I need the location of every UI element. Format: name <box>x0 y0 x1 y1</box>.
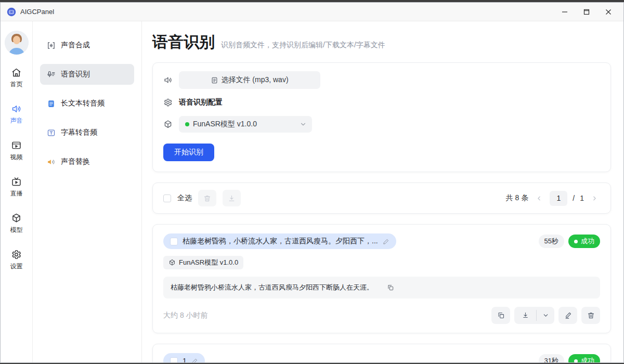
sidebar-item-live[interactable]: 直播 <box>10 176 23 198</box>
sidebar-item-home[interactable]: 首页 <box>10 67 23 89</box>
record-title: 枯藤老树昏鸦，小桥流水人家，古道西风瘦马。夕阳西下，... <box>183 237 378 246</box>
upload-config-card: 选择文件 (mp3, wav) 语音识别配置 FunASR模型 v1.0. <box>152 62 611 172</box>
bulk-delete-button[interactable] <box>198 190 216 206</box>
home-icon <box>11 67 22 78</box>
record-checkbox[interactable] <box>170 357 178 363</box>
submenu-item-voice-synthesis[interactable]: 声音合成 <box>40 35 134 56</box>
record-title-pill: 枯藤老树昏鸦，小桥流水人家，古道西风瘦马。夕阳西下，... <box>163 233 396 249</box>
chevron-down-icon <box>300 121 307 128</box>
app-logo-icon <box>7 7 16 17</box>
submenu: 声音合成 语音识别 长文本转音频 字幕转音频 声音替换 <box>33 21 142 362</box>
trash-icon <box>203 194 211 202</box>
duration-badge: 31秒 <box>539 354 564 362</box>
status-badge: 成功 <box>568 354 600 362</box>
list-controls-card: 全选 共 8 条 1 / 1 <box>152 183 611 214</box>
edit-record-button[interactable] <box>558 307 577 324</box>
download-options-button[interactable] <box>537 307 554 324</box>
minimize-button[interactable] <box>556 5 574 19</box>
avatar[interactable] <box>5 31 29 55</box>
submenu-item-longtext-to-audio[interactable]: 长文本转音频 <box>40 93 134 114</box>
duration-badge: 55秒 <box>539 235 564 248</box>
copy-result-icon[interactable] <box>387 284 394 291</box>
left-rail: 首页 声音 视频 直播 模型 设置 <box>1 21 33 362</box>
model-tag-label: FunASR模型 v1.0.0 <box>179 258 238 267</box>
submenu-item-label: 字幕转音频 <box>61 128 97 137</box>
total-pages-label: 1 <box>580 194 584 202</box>
model-online-dot <box>185 122 189 126</box>
waveform-icon <box>47 41 56 50</box>
chevron-down-icon <box>542 312 549 319</box>
submenu-item-label: 声音替换 <box>61 157 90 166</box>
page-next-button[interactable] <box>589 195 600 202</box>
record-card: 1 31秒 成功 <box>152 344 611 362</box>
time-ago-label: 大约 8 小时前 <box>163 311 208 320</box>
submenu-item-label: 长文本转音频 <box>61 99 105 108</box>
live-tv-icon <box>11 176 22 187</box>
sidebar-item-settings[interactable]: 设置 <box>10 249 23 271</box>
model-select[interactable]: FunASR模型 v1.0.0 <box>179 116 312 133</box>
current-page-input[interactable]: 1 <box>550 191 567 206</box>
download-split-button <box>514 307 554 324</box>
gear-icon <box>11 249 22 260</box>
sidebar-item-label: 声音 <box>10 116 23 125</box>
page-subtitle: 识别音频文件，支持识别后编辑/下载文本/字幕文件 <box>221 41 385 50</box>
sidebar-item-sound[interactable]: 声音 <box>10 103 23 125</box>
subtitle-icon <box>47 128 56 137</box>
app-title: AIGCPanel <box>20 8 556 16</box>
gear-small-icon <box>163 98 173 107</box>
download-record-button[interactable] <box>514 307 536 324</box>
submenu-item-speech-recognition[interactable]: 语音识别 <box>40 64 134 85</box>
record-card: 枯藤老树昏鸦，小桥流水人家，古道西风瘦马。夕阳西下，... 55秒 成功 <box>152 224 611 333</box>
model-cube-small-icon <box>168 259 176 266</box>
submenu-item-voice-replace[interactable]: 声音替换 <box>40 151 134 172</box>
sidebar-item-label: 模型 <box>10 226 23 235</box>
voice-replace-icon <box>47 158 56 166</box>
sidebar-item-label: 视频 <box>10 153 23 162</box>
record-title-pill: 1 <box>163 353 205 362</box>
copy-record-button[interactable] <box>491 307 510 324</box>
result-text: 枯藤老树昏鸦小桥流水人家，古道西风瘦马夕阳西下断肠人在天涯。 <box>171 283 373 292</box>
submenu-item-label: 语音识别 <box>61 70 90 79</box>
page-prev-button[interactable] <box>534 195 544 202</box>
choose-file-button[interactable]: 选择文件 (mp3, wav) <box>179 71 320 89</box>
record-checkbox[interactable] <box>170 238 178 245</box>
app-window: AIGCPanel <box>0 2 624 363</box>
status-dot <box>574 240 578 243</box>
download-icon <box>228 194 236 202</box>
document-icon <box>47 99 56 108</box>
record-title: 1 <box>183 357 187 362</box>
chevron-right-icon <box>591 195 598 202</box>
sidebar-item-label: 首页 <box>10 80 23 89</box>
page-separator: / <box>573 194 575 202</box>
speech-recognition-icon <box>47 70 56 79</box>
sidebar-item-label: 直播 <box>10 189 23 198</box>
model-cube-small-icon <box>163 120 173 129</box>
select-all-label: 全选 <box>177 193 192 203</box>
trash-icon <box>587 311 595 319</box>
total-count-label: 共 8 条 <box>506 193 529 203</box>
model-select-value: FunASR模型 v1.0.0 <box>193 120 257 129</box>
sidebar-item-models[interactable]: 模型 <box>10 213 23 235</box>
select-all-checkbox[interactable] <box>163 194 171 202</box>
maximize-button[interactable] <box>578 5 595 19</box>
start-recognition-button[interactable]: 开始识别 <box>163 144 214 161</box>
status-dot <box>574 359 578 363</box>
speaker-icon <box>11 103 22 114</box>
bulk-download-button[interactable] <box>223 190 241 206</box>
delete-record-button[interactable] <box>581 307 600 324</box>
edit-title-icon[interactable] <box>383 238 389 245</box>
file-icon <box>211 76 218 84</box>
result-text-box: 枯藤老树昏鸦小桥流水人家，古道西风瘦马夕阳西下断肠人在天涯。 <box>163 277 600 298</box>
sidebar-item-video[interactable]: 视频 <box>10 140 23 162</box>
chevron-left-icon <box>536 195 542 202</box>
page-title: 语音识别 <box>152 32 215 53</box>
model-tag: FunASR模型 v1.0.0 <box>163 256 243 269</box>
edit-title-icon[interactable] <box>191 358 198 363</box>
submenu-item-subtitle-to-audio[interactable]: 字幕转音频 <box>40 122 134 143</box>
config-section-label: 语音识别配置 <box>179 98 223 107</box>
close-button[interactable] <box>600 5 617 19</box>
copy-icon <box>497 311 505 319</box>
sidebar-item-label: 设置 <box>10 262 23 271</box>
pencil-icon <box>564 311 572 319</box>
submenu-item-label: 声音合成 <box>61 41 90 50</box>
